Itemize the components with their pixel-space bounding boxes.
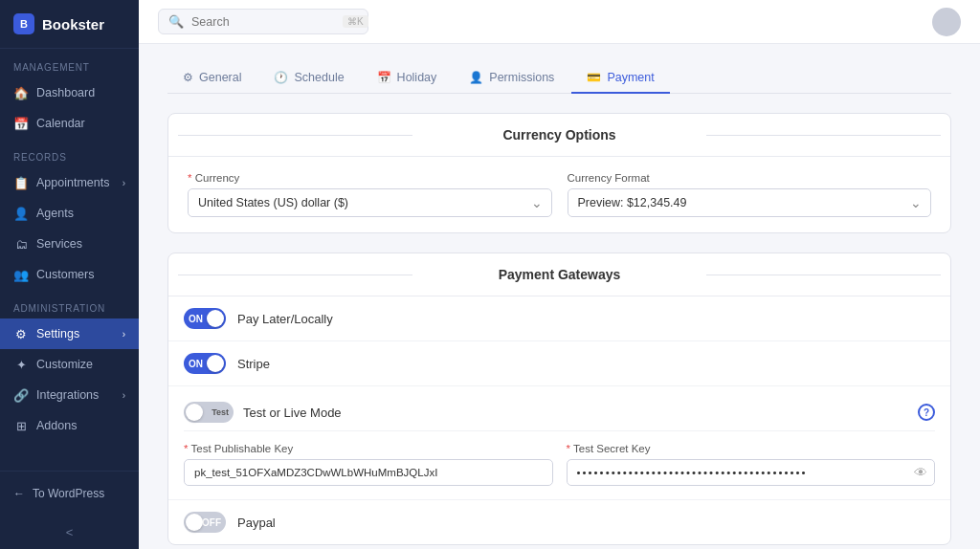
stripe-mode-thumb: [186, 404, 203, 421]
agents-icon: 👤: [13, 206, 29, 221]
stripe-options: Test Test or Live Mode ? * Test Publisha…: [168, 386, 950, 499]
currency-format-select-wrapper: Preview: $12,345.49: [568, 188, 932, 217]
search-input[interactable]: [191, 15, 335, 29]
search-icon: 🔍: [168, 14, 184, 29]
sidebar-item-label: Calendar: [36, 117, 85, 130]
currency-section-body: * Currency United States (US) dollar ($)…: [168, 157, 950, 232]
app-logo-icon: B: [13, 13, 34, 34]
secret-key-label: * Test Secret Key: [567, 443, 936, 454]
stripe-mode-row: Test Test or Live Mode ?: [184, 394, 935, 431]
sidebar-item-dashboard[interactable]: 🏠 Dashboard: [0, 77, 139, 108]
tab-holiday[interactable]: 📅 Holiday: [362, 63, 453, 94]
publishable-key-input-wrapper: [184, 459, 553, 486]
stripe-mode-text: Test or Live Mode: [243, 406, 908, 420]
to-wordpress-link[interactable]: ← To WordPress: [13, 481, 125, 506]
sidebar-item-appointments[interactable]: 📋 Appointments ›: [0, 167, 139, 198]
paypal-toggle-thumb: [186, 514, 203, 531]
sidebar-item-services[interactable]: 🗂 Services: [0, 229, 139, 259]
schedule-tab-icon: 🕐: [274, 71, 288, 84]
sidebar: B Bookster Management 🏠 Dashboard 📅 Cale…: [0, 0, 139, 549]
currency-group: * Currency United States (US) dollar ($): [188, 172, 552, 217]
currency-select-wrapper: United States (US) dollar ($): [188, 188, 552, 217]
sidebar-collapse-button[interactable]: <: [0, 516, 139, 549]
tab-label: Schedule: [294, 71, 344, 84]
app-name: Bookster: [42, 16, 104, 33]
secret-key-input-wrapper: 👁: [567, 459, 936, 486]
paypal-gateway-item: OFF Paypal: [168, 499, 950, 544]
general-tab-icon: ⚙: [183, 71, 193, 84]
chevron-right-icon: ›: [122, 390, 125, 401]
sidebar-item-calendar[interactable]: 📅 Calendar: [0, 108, 139, 139]
currency-label: * Currency: [188, 172, 552, 184]
tab-label: Permissions: [489, 71, 554, 84]
sidebar-item-label: Services: [36, 237, 82, 251]
pay-later-toggle-track[interactable]: ON: [184, 308, 226, 329]
stripe-toggle[interactable]: ON: [184, 353, 226, 374]
sidebar-item-integrations[interactable]: 🔗 Integrations ›: [0, 380, 139, 410]
appointments-icon: 📋: [13, 175, 29, 190]
stripe-mode-toggle[interactable]: Test: [184, 402, 234, 423]
stripe-keys-row: * Test Publishable Key * Test Secret Key: [184, 443, 935, 486]
currency-select[interactable]: United States (US) dollar ($): [188, 188, 552, 217]
section-label-management: Management: [0, 49, 139, 77]
permissions-tab-icon: 👤: [469, 71, 483, 84]
paypal-toggle[interactable]: OFF: [184, 512, 226, 533]
collapse-icon: <: [66, 525, 74, 539]
search-box[interactable]: 🔍 ⌘K: [158, 9, 368, 34]
currency-section-title: Currency Options: [168, 114, 950, 157]
stripe-toggle-on-label: ON: [189, 359, 203, 369]
arrow-left-icon: ←: [13, 487, 25, 500]
sidebar-item-customize[interactable]: ✦ Customize: [0, 349, 139, 380]
sidebar-item-settings[interactable]: ⚙ Settings ›: [0, 318, 139, 349]
sidebar-footer: ← To WordPress: [0, 471, 139, 516]
pay-later-toggle-thumb: [207, 310, 224, 327]
sidebar-item-agents[interactable]: 👤 Agents: [0, 198, 139, 229]
publishable-key-input[interactable]: [184, 459, 553, 486]
secret-key-group: * Test Secret Key 👁: [567, 443, 936, 486]
stripe-label: Stripe: [237, 357, 270, 371]
pay-later-toggle-on-label: ON: [189, 314, 203, 324]
sidebar-item-label: Customers: [36, 268, 94, 281]
tab-permissions[interactable]: 👤 Permissions: [454, 63, 569, 94]
sidebar-item-label: Addons: [36, 419, 77, 432]
currency-format-select[interactable]: Preview: $12,345.49: [568, 188, 932, 217]
currency-format-label: Currency Format: [568, 172, 932, 184]
sidebar-item-label: Integrations: [36, 388, 99, 402]
tab-general[interactable]: ⚙ General: [167, 63, 256, 94]
sidebar-item-addons[interactable]: ⊞ Addons: [0, 410, 139, 441]
pay-later-toggle[interactable]: ON: [184, 308, 226, 329]
stripe-toggle-track[interactable]: ON: [184, 353, 226, 374]
tab-schedule[interactable]: 🕐 Schedule: [258, 63, 359, 94]
sidebar-item-label: Settings: [36, 327, 79, 340]
currency-form-row: * Currency United States (US) dollar ($)…: [188, 172, 931, 217]
customers-icon: 👥: [13, 267, 29, 282]
sidebar-item-customers[interactable]: 👥 Customers: [0, 259, 139, 290]
settings-tabs: ⚙ General 🕐 Schedule 📅 Holiday 👤 Permiss…: [167, 63, 951, 94]
integrations-icon: 🔗: [13, 387, 29, 403]
customize-icon: ✦: [13, 357, 29, 372]
tab-label: Payment: [607, 71, 654, 84]
help-icon[interactable]: ?: [918, 404, 935, 421]
paypal-label: Paypal: [237, 516, 276, 530]
payment-gateways-card: Payment Gateways ON Pay Later/Locally ON: [167, 253, 951, 545]
search-shortcut: ⌘K: [343, 15, 368, 28]
stripe-mode-label: Test: [212, 407, 229, 417]
pay-later-gateway-item: ON Pay Later/Locally: [168, 296, 950, 341]
pub-key-required: *: [184, 443, 188, 454]
sidebar-logo: B Bookster: [0, 0, 139, 49]
section-label-records: Records: [0, 139, 139, 167]
tab-payment[interactable]: 💳 Payment: [571, 63, 669, 94]
sidebar-item-label: Agents: [36, 207, 74, 220]
gateways-section-title: Payment Gateways: [168, 253, 950, 296]
tab-label: Holiday: [397, 71, 437, 84]
toggle-password-visibility-icon[interactable]: 👁: [914, 465, 927, 480]
pay-later-label: Pay Later/Locally: [237, 312, 333, 326]
section-label-administration: Administration: [0, 290, 139, 318]
paypal-toggle-track[interactable]: OFF: [184, 512, 226, 533]
payment-tab-icon: 💳: [587, 71, 601, 84]
addons-icon: ⊞: [13, 418, 29, 433]
secret-key-input[interactable]: [567, 459, 936, 486]
calendar-icon: 📅: [13, 116, 29, 131]
avatar: [932, 8, 961, 36]
settings-icon: ⚙: [13, 326, 29, 341]
